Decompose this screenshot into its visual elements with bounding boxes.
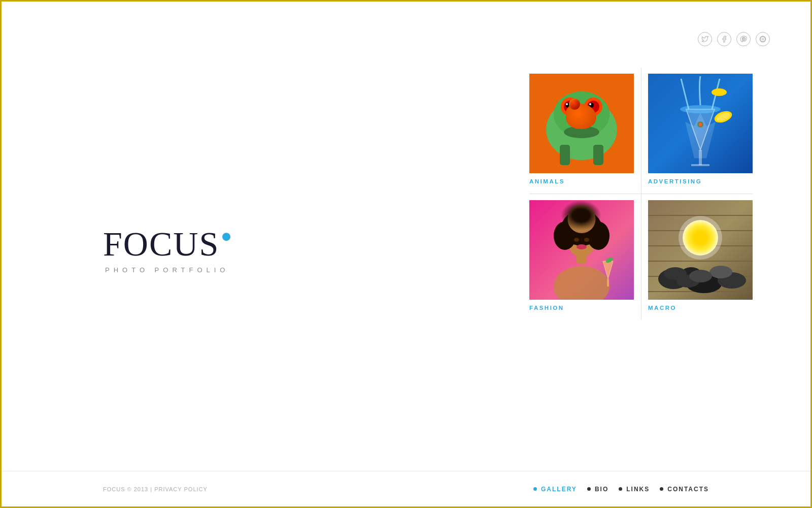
svg-point-46 bbox=[718, 272, 746, 289]
svg-point-33 bbox=[577, 244, 587, 249]
svg-point-52 bbox=[684, 229, 716, 248]
svg-point-49 bbox=[684, 229, 716, 248]
svg-point-22 bbox=[697, 121, 703, 128]
footer-nav: GALLERY BIO LINKS CONTACTS bbox=[523, 486, 709, 493]
pinterest-icon[interactable] bbox=[736, 32, 751, 46]
footer-nav-label-contacts[interactable]: CONTACTS bbox=[667, 486, 709, 493]
svg-point-29 bbox=[554, 221, 576, 250]
footer-nav-bio[interactable]: BIO bbox=[587, 486, 608, 493]
gallery-cell-advertising[interactable]: ADVERTISING bbox=[641, 68, 760, 194]
svg-point-54 bbox=[695, 233, 705, 243]
footer-dot-links bbox=[619, 487, 622, 491]
twitter-icon[interactable] bbox=[698, 32, 712, 46]
gallery-image-animals bbox=[529, 74, 634, 173]
page-wrapper: FOCUS PHOTO PORTFOLIO bbox=[2, 2, 810, 506]
svg-point-11 bbox=[589, 103, 591, 105]
svg-point-5 bbox=[564, 101, 576, 113]
gallery-image-advertising bbox=[648, 74, 753, 173]
footer-dot-bio bbox=[587, 487, 591, 491]
svg-point-32 bbox=[584, 238, 589, 242]
svg-point-48 bbox=[695, 223, 705, 253]
logo-subtitle: PHOTO PORTFOLIO bbox=[105, 266, 229, 274]
gallery-label-fashion: FASHION bbox=[529, 305, 634, 311]
logo-text: FOCUS bbox=[103, 224, 219, 264]
footer-copyright: FOCUS © 2013 | PRIVACY POLICY bbox=[103, 486, 208, 492]
svg-point-0 bbox=[762, 38, 764, 40]
svg-point-44 bbox=[658, 269, 689, 289]
svg-rect-18 bbox=[691, 164, 709, 166]
svg-point-47 bbox=[681, 267, 701, 280]
svg-point-6 bbox=[565, 103, 570, 108]
svg-point-23 bbox=[699, 123, 702, 126]
footer-nav-label-gallery[interactable]: GALLERY bbox=[541, 486, 577, 493]
svg-point-30 bbox=[587, 221, 610, 250]
footer-nav-links[interactable]: LINKS bbox=[619, 486, 650, 493]
footer-nav-contacts[interactable]: CONTACTS bbox=[660, 486, 709, 493]
svg-rect-13 bbox=[560, 145, 570, 165]
svg-rect-17 bbox=[699, 150, 702, 165]
footer-dot-contacts bbox=[660, 487, 663, 491]
facebook-icon[interactable] bbox=[717, 32, 731, 46]
svg-point-50 bbox=[687, 223, 713, 253]
svg-rect-35 bbox=[607, 279, 609, 287]
logo-dot bbox=[222, 233, 230, 241]
gallery-label-animals: ANIMALS bbox=[529, 178, 634, 184]
footer-nav-gallery[interactable]: GALLERY bbox=[533, 486, 577, 493]
svg-point-4 bbox=[561, 98, 579, 116]
gallery-grid-inner: ANIMALS bbox=[522, 68, 760, 320]
gallery-label-advertising: ADVERTISING bbox=[648, 178, 753, 184]
gallery-image-fashion bbox=[529, 200, 634, 300]
footer-nav-label-links[interactable]: LINKS bbox=[626, 486, 650, 493]
gallery-cell-fashion[interactable]: FASHION bbox=[522, 194, 641, 320]
svg-point-31 bbox=[574, 238, 579, 242]
svg-point-12 bbox=[564, 126, 599, 138]
gallery-cell-animals[interactable]: ANIMALS bbox=[522, 68, 641, 194]
gallery-label-macro: MACRO bbox=[648, 305, 753, 311]
svg-point-19 bbox=[680, 105, 721, 113]
social-icons bbox=[698, 32, 770, 46]
skype-icon[interactable] bbox=[756, 32, 770, 46]
footer-nav-label-bio[interactable]: BIO bbox=[595, 486, 608, 493]
gallery-image-macro bbox=[648, 200, 753, 300]
logo-area: FOCUS PHOTO PORTFOLIO bbox=[103, 224, 230, 274]
svg-point-7 bbox=[566, 103, 568, 105]
footer-dot-gallery bbox=[533, 487, 537, 491]
logo-title: FOCUS bbox=[103, 224, 230, 264]
footer: FOCUS © 2013 | PRIVACY POLICY GALLERY BI… bbox=[2, 471, 810, 506]
svg-point-51 bbox=[687, 223, 713, 253]
svg-rect-14 bbox=[593, 145, 603, 165]
gallery-grid: ANIMALS bbox=[522, 68, 760, 320]
svg-point-55 bbox=[698, 236, 703, 241]
gallery-cell-macro[interactable]: MACRO bbox=[641, 194, 760, 320]
svg-point-53 bbox=[691, 229, 709, 247]
svg-point-10 bbox=[589, 103, 594, 108]
